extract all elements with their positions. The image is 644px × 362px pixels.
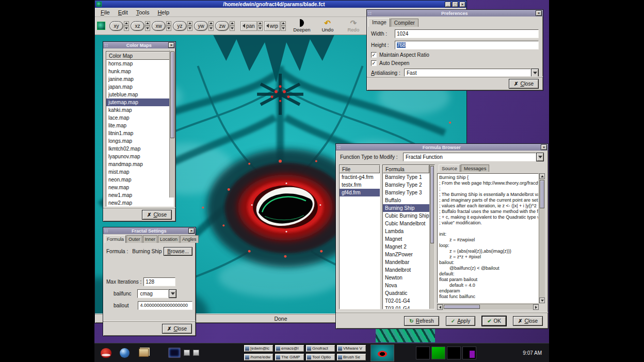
auto-deepen-checkbox[interactable]: ✓	[371, 60, 377, 66]
spin-up-icon[interactable]	[166, 21, 171, 26]
axis-button[interactable]: yw	[194, 21, 208, 31]
task-button[interactable]: Gnofract	[305, 344, 335, 352]
close-icon[interactable]: ×	[168, 42, 174, 48]
undo-button[interactable]: ↶ Undo	[316, 19, 339, 32]
list-item[interactable]: hunk.map	[106, 68, 173, 75]
list-item[interactable]: Barnsley Type 1	[383, 173, 429, 181]
list-item[interactable]: Mandelbar	[383, 258, 429, 266]
workspace-1[interactable]	[416, 347, 430, 359]
app-window-icon[interactable]	[184, 350, 190, 356]
list-item[interactable]: Nova	[383, 282, 429, 289]
close-icon[interactable]: ×	[536, 10, 542, 16]
source-code-view[interactable]: Burning Ship { ; From the web page http:…	[437, 173, 539, 303]
task-button[interactable]: Brush Se	[336, 353, 366, 361]
minimize-icon[interactable]: _	[445, 2, 451, 7]
spin-up-icon[interactable]	[230, 21, 235, 26]
spin-up-icon[interactable]	[208, 21, 214, 26]
tab[interactable]: Source	[439, 164, 460, 172]
list-item[interactable]: Lambda	[383, 227, 429, 235]
list-item[interactable]: horns.map	[106, 60, 173, 68]
preferences-titlebar[interactable]: ∷ Preferences ×	[367, 10, 543, 17]
list-header[interactable]: Formula	[383, 165, 429, 173]
list-item[interactable]: new1.map	[106, 191, 173, 199]
spin-down-icon[interactable]	[281, 26, 286, 31]
list-item[interactable]: lyapunov.map	[106, 153, 173, 160]
spin-down-icon[interactable]	[166, 26, 171, 31]
main-titlebar[interactable]: /home/edwin/gnofract4d/params/blade.fct …	[95, 1, 466, 8]
axis-button[interactable]: zw	[215, 21, 229, 31]
spin-down-icon[interactable]	[124, 26, 129, 31]
max-iterations-field[interactable]: 128	[143, 277, 175, 286]
bailout-field[interactable]: 4.00000000000000000	[138, 301, 192, 310]
width-field[interactable]: 1024	[395, 29, 539, 38]
maintain-aspect-checkbox[interactable]: ✓	[371, 52, 377, 58]
task-button[interactable]: VMware V	[336, 344, 366, 352]
list-item[interactable]: Mandelbrot	[383, 266, 429, 274]
axis-button[interactable]: xy	[109, 21, 123, 31]
list-item[interactable]: Magnet	[383, 235, 429, 243]
list-item[interactable]: ManZPower	[383, 251, 429, 258]
close-icon[interactable]: ×	[541, 144, 547, 150]
list-item[interactable]: litnin1.map	[106, 129, 173, 137]
axis-button[interactable]: xw	[152, 21, 166, 31]
pan-button[interactable]: pan	[240, 21, 257, 31]
app-window-icon[interactable]	[193, 350, 199, 356]
maximize-icon[interactable]: □	[452, 2, 458, 7]
list-item[interactable]: longs.map	[106, 137, 173, 145]
list-header[interactable]: File	[340, 165, 380, 173]
list-item[interactable]: lkmtch02.map	[106, 145, 173, 153]
list-item[interactable]: gf4d.frm	[340, 189, 380, 196]
list-item[interactable]: Burning Ship	[383, 204, 429, 212]
close-button[interactable]: ✗ Close	[162, 324, 192, 334]
menu-item[interactable]: Edit	[114, 8, 132, 17]
list-item[interactable]: Buffalo	[383, 196, 429, 204]
dropdown-arrow-icon[interactable]	[536, 153, 544, 161]
list-item[interactable]: Cubic Mandelbrot	[383, 220, 429, 227]
browse-button[interactable]: Browse...	[164, 247, 192, 256]
list-item[interactable]: japan.map	[106, 83, 173, 91]
tab[interactable]: Messages	[461, 164, 489, 172]
scroll-down-icon[interactable]	[539, 298, 545, 303]
spin-down-icon[interactable]	[257, 26, 263, 31]
list-item[interactable]: Barnsley Type 3	[383, 189, 429, 196]
list-item[interactable]: lace.map	[106, 114, 173, 122]
scrollbar-thumb[interactable]	[430, 166, 434, 243]
spin-down-icon[interactable]	[145, 26, 150, 31]
list-item[interactable]: mist.map	[106, 168, 173, 176]
redhat-menu-icon[interactable]	[101, 348, 111, 358]
spin-up-icon[interactable]	[124, 21, 129, 26]
task-button[interactable]: Tool Optio	[305, 353, 335, 361]
tab[interactable]: Formula	[105, 235, 126, 243]
pan-button[interactable]: wrp	[264, 21, 280, 31]
dropdown-arrow-icon[interactable]	[531, 69, 539, 77]
spin-down-icon[interactable]	[208, 26, 214, 31]
list-item[interactable]: T02-01-G4	[383, 297, 429, 305]
source-hscrollbar[interactable]	[437, 304, 539, 309]
refresh-button[interactable]: ↻ Refresh	[404, 316, 439, 326]
list-item[interactable]: Newton	[383, 274, 429, 282]
web-browser-icon[interactable]	[120, 348, 130, 358]
formula-scrollbar[interactable]	[429, 165, 434, 309]
color-map-scrollbar[interactable]	[169, 51, 175, 198]
list-item[interactable]: lite.map	[106, 122, 173, 129]
task-button[interactable]: The GIMP	[275, 353, 304, 361]
height-field[interactable]: 768	[395, 41, 539, 50]
dropdown-arrow-icon[interactable]	[169, 289, 176, 298]
close-icon[interactable]: ×	[459, 2, 465, 7]
fractal-thumbnail[interactable]	[371, 344, 394, 361]
task-button[interactable]: /home/edw	[244, 353, 273, 361]
list-item[interactable]: T03-01-G4	[383, 305, 429, 309]
task-button[interactable]: emacs@l	[275, 344, 304, 352]
scrollbar-thumb[interactable]	[540, 180, 544, 208]
tab[interactable]: Compiler	[391, 19, 418, 27]
scroll-right-icon[interactable]	[533, 304, 539, 310]
list-header[interactable]: Color Map	[106, 52, 173, 60]
list-item[interactable]: testx.frm	[340, 181, 380, 189]
list-item[interactable]: janine.map	[106, 75, 173, 83]
formula-browser-titlebar[interactable]: ∷ Formula Browser ×	[336, 144, 548, 151]
apps-icon[interactable]	[139, 349, 149, 357]
list-item[interactable]: new2.map	[106, 199, 173, 207]
tab[interactable]: Location	[158, 235, 180, 243]
deepen-button[interactable]: Deepen	[291, 19, 313, 32]
color-maps-titlebar[interactable]: ∷ Color Maps ×	[103, 42, 175, 48]
